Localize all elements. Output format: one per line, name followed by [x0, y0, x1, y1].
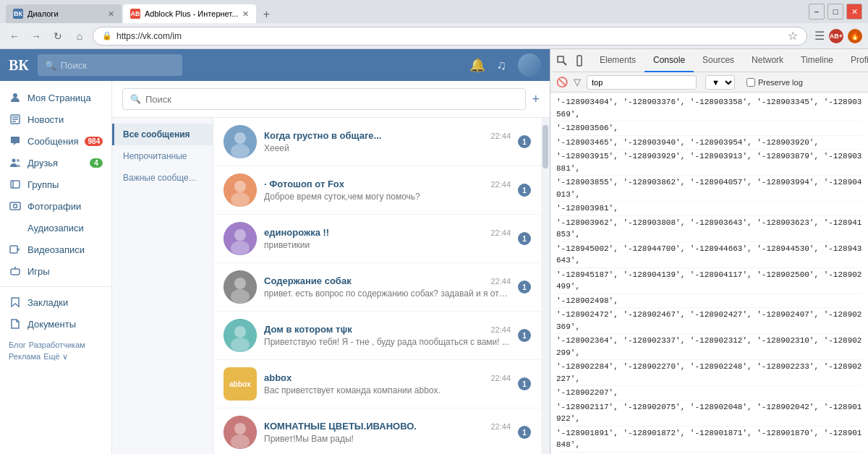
console-line-10: '-128902472', '-128902467', '-128902427'…: [556, 308, 862, 334]
msg-time-msg1: 22:44: [490, 132, 511, 140]
avatar-msg5: [224, 319, 257, 352]
svg-point-34: [231, 434, 250, 449]
user-avatar[interactable]: [518, 53, 541, 77]
star-button[interactable]: ☆: [788, 29, 798, 43]
message-item-msg5[interactable]: Дом в котором тψк 22:44 Приветствую тебя…: [213, 312, 541, 360]
svg-point-25: [231, 241, 250, 255]
sidebar-item-messages[interactable]: Сообщения 984: [0, 130, 111, 152]
sidebar-item-documents[interactable]: Документы: [0, 313, 111, 335]
address-text: https://vk.com/im: [116, 31, 182, 41]
message-item-msg3[interactable]: единорожка !! 22:44 приветикии 1: [213, 215, 541, 263]
msg-name-msg3: единорожка !!: [264, 227, 329, 238]
new-tab-button[interactable]: +: [258, 6, 275, 23]
sidebar-item-audio[interactable]: Аудиозаписи: [0, 217, 111, 239]
msg-name-msg4: Содержание собак: [264, 275, 352, 286]
console-clear-icon[interactable]: 🚫: [556, 77, 568, 87]
message-item-msg7[interactable]: КОМНАТНЫЕ ЦВЕТЫ.ИВАНОВО. 22:44 Привет!Мы…: [213, 408, 541, 454]
close-button[interactable]: ✕: [846, 4, 862, 20]
dt-tab-network[interactable]: Network: [743, 49, 792, 72]
vk-search-input[interactable]: [61, 60, 162, 71]
sidebar-footer: Блог Разработчикам Реклама Ещё ∨: [0, 335, 111, 367]
footer-link-blog[interactable]: Блог: [9, 340, 26, 349]
tab-close-adblock[interactable]: ✕: [242, 9, 249, 19]
svg-point-30: [234, 326, 246, 338]
dt-tab-timeline[interactable]: Timeline: [792, 49, 842, 72]
extension-icon-2[interactable]: 🔥: [848, 29, 862, 43]
address-bar[interactable]: 🔒 https://vk.com/im ☆: [93, 27, 807, 46]
browser-tab-adblock[interactable]: AB Adblock Plus - Интернет... ✕: [123, 4, 256, 23]
address-right-actions: ☆: [788, 29, 798, 43]
reload-button[interactable]: ↻: [49, 27, 67, 45]
dt-mobile-button[interactable]: [574, 52, 585, 69]
msg-time-msg6: 22:44: [490, 374, 511, 382]
footer-link-dev[interactable]: Разработчикам: [29, 340, 85, 349]
notifications-icon[interactable]: 🔔: [469, 57, 485, 73]
tab-close-dialogs[interactable]: ✕: [108, 9, 114, 19]
console-filter-input[interactable]: [587, 75, 697, 90]
audio-nav-icon: [9, 221, 22, 234]
back-button[interactable]: ←: [6, 27, 23, 45]
vk-logo[interactable]: ВК: [9, 57, 29, 74]
msg-name-msg5: Дом в котором тψк: [264, 324, 352, 335]
console-line-1: '-128903506',: [556, 121, 862, 136]
avatar-msg4: [224, 270, 257, 304]
message-search-input[interactable]: [145, 94, 518, 105]
footer-link-ads[interactable]: Реклама: [9, 352, 41, 361]
msg-top-msg7: КОМНАТНЫЕ ЦВЕТЫ.ИВАНОВО. 22:44: [264, 421, 511, 432]
message-item-msg1[interactable]: Когда грустно в общаге... 22:44 Хееей 1: [213, 118, 541, 166]
sidebar-item-bookmarks[interactable]: Закладки: [0, 291, 111, 313]
msg-preview-msg1: Хееей: [264, 143, 511, 153]
tab-important[interactable]: Важные сообще...: [112, 167, 213, 189]
message-item-msg4[interactable]: Содержание собак 22:44 привет. есть вопр…: [213, 263, 541, 312]
sidebar-item-groups[interactable]: Группы: [0, 174, 111, 195]
msg-content-msg1: Когда грустно в общаге... 22:44 Хееей: [264, 130, 511, 153]
sidebar-label-messages: Сообщения: [27, 136, 79, 147]
messages-badge: 984: [85, 137, 103, 146]
preserve-log-text: Preserve log: [758, 78, 803, 87]
msg-content-msg5: Дом в котором тψк 22:44 Приветствую тебя…: [264, 324, 511, 347]
dt-inspect-button[interactable]: [556, 52, 568, 69]
svg-point-31: [231, 338, 250, 352]
sidebar-label-groups: Группы: [27, 179, 103, 190]
sidebar-item-my-page[interactable]: Моя Страница: [0, 87, 111, 108]
console-filter-icon[interactable]: ▽: [574, 77, 581, 87]
sidebar-item-video[interactable]: Видеозаписи: [0, 239, 111, 260]
tab-unread[interactable]: Непрочитанные: [112, 145, 213, 167]
dt-tab-profiles[interactable]: Profiles: [842, 49, 868, 72]
msg-time-msg4: 22:44: [490, 277, 511, 286]
sidebar-item-games[interactable]: Игры: [0, 260, 111, 282]
sidebar-item-friends[interactable]: Друзья 4: [0, 152, 111, 174]
msg-time-msg7: 22:44: [490, 422, 511, 431]
minimize-button[interactable]: −: [809, 4, 825, 20]
msg-preview-msg3: приветикии: [264, 240, 511, 250]
msg-name-msg6: abbox: [264, 372, 292, 383]
svg-rect-7: [11, 181, 20, 188]
message-item-msg6[interactable]: abbox abbox 22:44 Вас приветствует коман…: [213, 360, 541, 408]
compose-button[interactable]: +: [532, 92, 540, 107]
devtools-console-content[interactable]: '-128903404', '-128903376', '-128903358'…: [550, 93, 868, 454]
dt-tab-sources[interactable]: Sources: [694, 49, 743, 72]
tab-all-messages[interactable]: Все сообщения: [112, 124, 213, 145]
tab-label-adblock: Adblock Plus - Интернет...: [145, 9, 238, 18]
home-button[interactable]: ⌂: [71, 27, 88, 45]
audio-icon[interactable]: ♫: [497, 58, 507, 73]
msg-top-msg4: Содержание собак 22:44: [264, 275, 511, 286]
console-log-select[interactable]: ▼: [705, 75, 735, 90]
message-item-msg2[interactable]: · Фотошоп от Fox 22:44 Доброе время суто…: [213, 166, 541, 215]
scroll-bar[interactable]: [541, 118, 550, 454]
dt-tab-elements[interactable]: Elements: [591, 49, 644, 72]
svg-line-39: [563, 62, 566, 65]
menu-button[interactable]: ☰: [814, 29, 825, 43]
sidebar-item-news[interactable]: Новости: [0, 108, 111, 130]
extension-icon-1[interactable]: AB+: [829, 29, 843, 43]
msg-content-msg2: · Фотошоп от Fox 22:44 Доброе время суто…: [264, 179, 511, 202]
browser-tab-dialogs[interactable]: ВК Диалоги ✕: [6, 4, 122, 23]
msg-right-msg3: 1: [518, 232, 531, 245]
svg-point-24: [234, 229, 246, 241]
maximize-button[interactable]: □: [827, 4, 843, 20]
footer-link-more[interactable]: Ещё ∨: [43, 352, 68, 361]
forward-button[interactable]: →: [27, 27, 45, 45]
dt-tab-console[interactable]: Console: [644, 49, 694, 72]
sidebar-item-photos[interactable]: Фотографии: [0, 195, 111, 217]
preserve-log-checkbox[interactable]: [746, 78, 755, 87]
